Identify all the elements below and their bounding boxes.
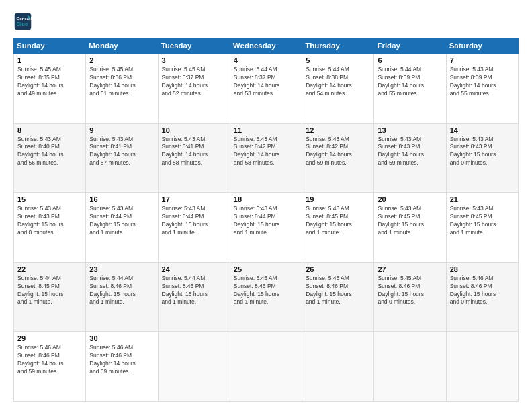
calendar-cell: 24Sunrise: 5:44 AM Sunset: 8:46 PM Dayli… xyxy=(158,262,230,332)
day-info: Sunrise: 5:43 AM Sunset: 8:44 PM Dayligh… xyxy=(234,205,298,237)
day-number: 7 xyxy=(450,56,515,64)
day-number: 15 xyxy=(17,195,82,203)
calendar-cell: 8Sunrise: 5:43 AM Sunset: 8:40 PM Daylig… xyxy=(14,123,86,193)
calendar-cell: 11Sunrise: 5:43 AM Sunset: 8:42 PM Dayli… xyxy=(230,123,302,193)
day-info: Sunrise: 5:43 AM Sunset: 8:45 PM Dayligh… xyxy=(450,205,515,237)
day-number: 5 xyxy=(306,56,370,64)
calendar-cell xyxy=(374,332,446,402)
calendar-cell: 12Sunrise: 5:43 AM Sunset: 8:42 PM Dayli… xyxy=(302,123,374,193)
day-info: Sunrise: 5:43 AM Sunset: 8:45 PM Dayligh… xyxy=(378,205,442,237)
day-info: Sunrise: 5:43 AM Sunset: 8:44 PM Dayligh… xyxy=(89,205,154,237)
calendar-cell xyxy=(302,332,374,402)
calendar-cell: 10Sunrise: 5:43 AM Sunset: 8:41 PM Dayli… xyxy=(158,123,230,193)
calendar-body: 1Sunrise: 5:45 AM Sunset: 8:35 PM Daylig… xyxy=(14,54,519,402)
day-info: Sunrise: 5:44 AM Sunset: 8:38 PM Dayligh… xyxy=(306,66,370,98)
day-number: 23 xyxy=(89,265,154,273)
calendar-cell: 22Sunrise: 5:44 AM Sunset: 8:45 PM Dayli… xyxy=(14,262,86,332)
calendar-cell: 26Sunrise: 5:45 AM Sunset: 8:46 PM Dayli… xyxy=(302,262,374,332)
calendar-cell: 20Sunrise: 5:43 AM Sunset: 8:45 PM Dayli… xyxy=(374,193,446,263)
day-number: 8 xyxy=(17,126,82,134)
day-info: Sunrise: 5:43 AM Sunset: 8:42 PM Dayligh… xyxy=(234,136,298,168)
day-number: 4 xyxy=(234,56,298,64)
logo-icon: General Blue xyxy=(13,12,32,31)
day-info: Sunrise: 5:43 AM Sunset: 8:43 PM Dayligh… xyxy=(17,205,82,237)
day-info: Sunrise: 5:45 AM Sunset: 8:37 PM Dayligh… xyxy=(162,66,226,98)
day-info: Sunrise: 5:45 AM Sunset: 8:46 PM Dayligh… xyxy=(378,275,442,307)
page: General Blue SundayMondayTuesdayWednesda… xyxy=(0,0,532,411)
day-number: 3 xyxy=(162,56,226,64)
day-number: 1 xyxy=(17,56,82,64)
day-number: 16 xyxy=(89,195,154,203)
calendar-cell: 7Sunrise: 5:43 AM Sunset: 8:39 PM Daylig… xyxy=(446,54,518,124)
calendar-cell: 6Sunrise: 5:44 AM Sunset: 8:39 PM Daylig… xyxy=(374,54,446,124)
calendar-cell: 1Sunrise: 5:45 AM Sunset: 8:35 PM Daylig… xyxy=(14,54,86,124)
day-number: 20 xyxy=(378,195,442,203)
calendar-week-row: 22Sunrise: 5:44 AM Sunset: 8:45 PM Dayli… xyxy=(14,262,519,332)
calendar-week-row: 1Sunrise: 5:45 AM Sunset: 8:35 PM Daylig… xyxy=(14,54,519,124)
day-info: Sunrise: 5:43 AM Sunset: 8:41 PM Dayligh… xyxy=(89,136,154,168)
day-number: 9 xyxy=(89,126,154,134)
day-info: Sunrise: 5:44 AM Sunset: 8:45 PM Dayligh… xyxy=(17,275,82,307)
logo: General Blue xyxy=(13,12,36,31)
weekday-header-friday: Friday xyxy=(374,38,446,54)
svg-text:Blue: Blue xyxy=(16,21,28,27)
weekday-header-thursday: Thursday xyxy=(302,38,374,54)
day-info: Sunrise: 5:44 AM Sunset: 8:39 PM Dayligh… xyxy=(378,66,442,98)
day-number: 17 xyxy=(162,195,226,203)
day-number: 24 xyxy=(162,265,226,273)
calendar-table: SundayMondayTuesdayWednesdayThursdayFrid… xyxy=(13,38,519,402)
weekday-header-sunday: Sunday xyxy=(14,38,86,54)
calendar-cell: 30Sunrise: 5:46 AM Sunset: 8:46 PM Dayli… xyxy=(86,332,158,402)
day-number: 25 xyxy=(234,265,298,273)
day-number: 22 xyxy=(17,265,82,273)
calendar-cell: 25Sunrise: 5:45 AM Sunset: 8:46 PM Dayli… xyxy=(230,262,302,332)
day-info: Sunrise: 5:43 AM Sunset: 8:45 PM Dayligh… xyxy=(306,205,370,237)
day-number: 6 xyxy=(378,56,442,64)
calendar-cell: 29Sunrise: 5:46 AM Sunset: 8:46 PM Dayli… xyxy=(14,332,86,402)
day-info: Sunrise: 5:44 AM Sunset: 8:46 PM Dayligh… xyxy=(89,275,154,307)
day-info: Sunrise: 5:45 AM Sunset: 8:46 PM Dayligh… xyxy=(234,275,298,307)
calendar-week-row: 29Sunrise: 5:46 AM Sunset: 8:46 PM Dayli… xyxy=(14,332,519,402)
day-info: Sunrise: 5:45 AM Sunset: 8:35 PM Dayligh… xyxy=(17,66,82,98)
calendar-cell: 13Sunrise: 5:43 AM Sunset: 8:43 PM Dayli… xyxy=(374,123,446,193)
day-number: 19 xyxy=(306,195,370,203)
calendar-cell: 3Sunrise: 5:45 AM Sunset: 8:37 PM Daylig… xyxy=(158,54,230,124)
calendar-cell: 21Sunrise: 5:43 AM Sunset: 8:45 PM Dayli… xyxy=(446,193,518,263)
day-info: Sunrise: 5:43 AM Sunset: 8:42 PM Dayligh… xyxy=(306,136,370,168)
calendar-week-row: 15Sunrise: 5:43 AM Sunset: 8:43 PM Dayli… xyxy=(14,193,519,263)
day-number: 27 xyxy=(378,265,442,273)
calendar-week-row: 8Sunrise: 5:43 AM Sunset: 8:40 PM Daylig… xyxy=(14,123,519,193)
day-number: 2 xyxy=(89,56,154,64)
day-info: Sunrise: 5:44 AM Sunset: 8:46 PM Dayligh… xyxy=(162,275,226,307)
day-info: Sunrise: 5:43 AM Sunset: 8:39 PM Dayligh… xyxy=(450,66,515,98)
day-info: Sunrise: 5:46 AM Sunset: 8:46 PM Dayligh… xyxy=(450,275,515,307)
calendar-cell xyxy=(230,332,302,402)
day-number: 30 xyxy=(89,334,154,342)
calendar-cell: 28Sunrise: 5:46 AM Sunset: 8:46 PM Dayli… xyxy=(446,262,518,332)
calendar-cell: 17Sunrise: 5:43 AM Sunset: 8:44 PM Dayli… xyxy=(158,193,230,263)
day-number: 11 xyxy=(234,126,298,134)
calendar-cell: 15Sunrise: 5:43 AM Sunset: 8:43 PM Dayli… xyxy=(14,193,86,263)
day-number: 21 xyxy=(450,195,515,203)
day-number: 29 xyxy=(17,334,82,342)
day-info: Sunrise: 5:43 AM Sunset: 8:40 PM Dayligh… xyxy=(17,136,82,168)
header: General Blue xyxy=(13,12,519,31)
day-number: 26 xyxy=(306,265,370,273)
calendar-cell: 2Sunrise: 5:45 AM Sunset: 8:36 PM Daylig… xyxy=(86,54,158,124)
calendar-cell: 9Sunrise: 5:43 AM Sunset: 8:41 PM Daylig… xyxy=(86,123,158,193)
day-info: Sunrise: 5:46 AM Sunset: 8:46 PM Dayligh… xyxy=(17,344,82,376)
calendar-cell: 16Sunrise: 5:43 AM Sunset: 8:44 PM Dayli… xyxy=(86,193,158,263)
day-number: 18 xyxy=(234,195,298,203)
weekday-header-saturday: Saturday xyxy=(446,38,518,54)
calendar-cell: 18Sunrise: 5:43 AM Sunset: 8:44 PM Dayli… xyxy=(230,193,302,263)
calendar-cell xyxy=(446,332,518,402)
weekday-header-wednesday: Wednesday xyxy=(230,38,302,54)
day-info: Sunrise: 5:44 AM Sunset: 8:37 PM Dayligh… xyxy=(234,66,298,98)
day-info: Sunrise: 5:43 AM Sunset: 8:44 PM Dayligh… xyxy=(162,205,226,237)
day-number: 10 xyxy=(162,126,226,134)
day-number: 14 xyxy=(450,126,515,134)
day-info: Sunrise: 5:45 AM Sunset: 8:46 PM Dayligh… xyxy=(306,275,370,307)
day-number: 13 xyxy=(378,126,442,134)
calendar-cell: 19Sunrise: 5:43 AM Sunset: 8:45 PM Dayli… xyxy=(302,193,374,263)
weekday-header-monday: Monday xyxy=(86,38,158,54)
